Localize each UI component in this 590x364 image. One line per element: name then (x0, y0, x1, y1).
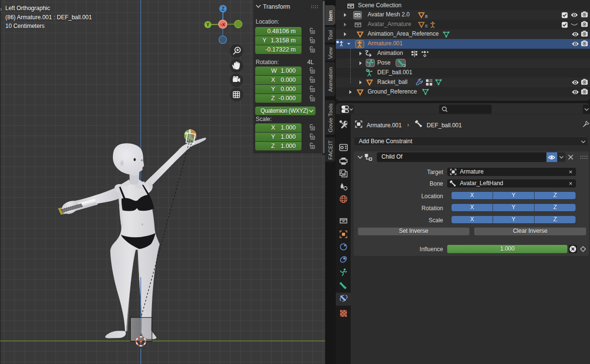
svg-text:Y: Y (206, 22, 209, 27)
svg-text:Item: Item (328, 10, 333, 21)
svg-text:-X: -X (220, 22, 225, 27)
svg-text:FACEIT: FACEIT (328, 140, 333, 159)
svg-text:View: View (328, 46, 333, 58)
svg-text:Z: Z (221, 6, 224, 12)
svg-text:Govie Tools: Govie Tools (328, 103, 333, 132)
svg-text:Animation: Animation (328, 67, 333, 92)
svg-text:Tool: Tool (328, 30, 333, 40)
